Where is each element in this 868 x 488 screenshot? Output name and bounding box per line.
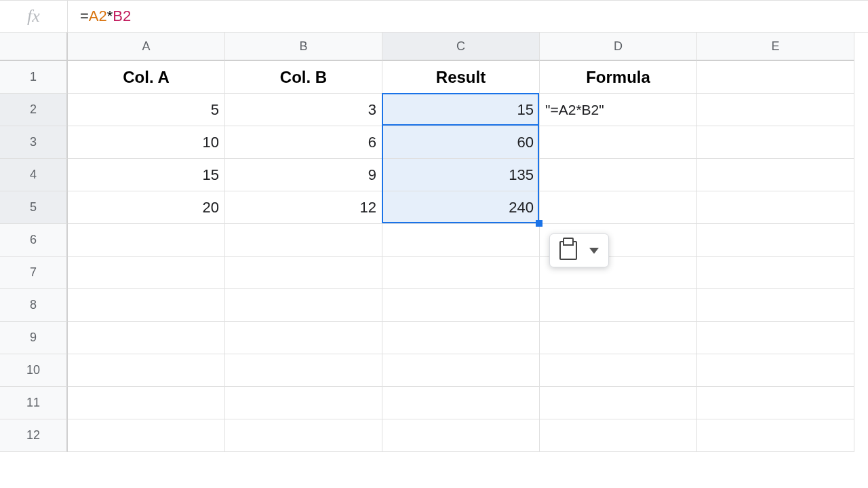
row-header-3[interactable]: 3 [0,126,68,159]
column-headers: A B C D E [0,33,868,61]
formula-bar: fx =A2*B2 [0,0,868,33]
row-header-1[interactable]: 1 [0,61,68,94]
col-header-C[interactable]: C [382,33,540,61]
cell-A3[interactable]: 10 [68,126,225,159]
cell-B8[interactable] [225,289,382,322]
cell-C10[interactable] [382,354,540,387]
cell-E5[interactable] [697,191,854,224]
row-header-10[interactable]: 10 [0,354,68,387]
cell-C9[interactable] [382,322,540,354]
cell-D9[interactable] [540,322,697,354]
cell-C11[interactable] [382,387,540,419]
cell-B3[interactable]: 6 [225,126,382,159]
cell-E7[interactable] [697,257,854,289]
cell-D12[interactable] [540,419,697,452]
cell-A7[interactable] [68,257,225,289]
row-header-12[interactable]: 12 [0,419,68,452]
cell-B10[interactable] [225,354,382,387]
row-header-11[interactable]: 11 [0,387,68,419]
cell-B6[interactable] [225,224,382,257]
row-header-9[interactable]: 9 [0,322,68,354]
chevron-down-icon[interactable] [589,248,599,254]
cell-B7[interactable] [225,257,382,289]
cell-B11[interactable] [225,387,382,419]
formula-token-eq: = [80,7,89,25]
cell-C6[interactable] [382,224,540,257]
cell-E11[interactable] [697,387,854,419]
cell-B5[interactable]: 12 [225,191,382,224]
cell-D3[interactable] [540,126,697,159]
cell-D10[interactable] [540,354,697,387]
cell-D4[interactable] [540,159,697,191]
col-header-A[interactable]: A [68,33,225,61]
col-header-B[interactable]: B [225,33,382,61]
cell-C2[interactable]: 15 [382,94,540,126]
cell-E6[interactable] [697,224,854,257]
cell-A4[interactable]: 15 [68,159,225,191]
fill-handle[interactable] [536,220,542,227]
col-header-E[interactable]: E [697,33,854,61]
cell-C1[interactable]: Result [382,61,540,94]
row-header-6[interactable]: 6 [0,224,68,257]
cell-A6[interactable] [68,224,225,257]
cell-B9[interactable] [225,322,382,354]
cell-E8[interactable] [697,289,854,322]
cell-D8[interactable] [540,289,697,322]
cell-A5[interactable]: 20 [68,191,225,224]
grid: 1Col. ACol. BResultFormula25315"=A2*B2"3… [0,61,868,452]
fx-label: fx [0,1,68,32]
formula-token-ref-a: A2 [89,7,107,25]
clipboard-icon [559,241,577,260]
cell-B2[interactable]: 3 [225,94,382,126]
cell-E1[interactable] [697,61,854,94]
formula-input[interactable]: =A2*B2 [68,1,868,32]
cell-A8[interactable] [68,289,225,322]
cell-C3[interactable]: 60 [382,126,540,159]
cell-D5[interactable] [540,191,697,224]
cell-D1[interactable]: Formula [540,61,697,94]
cell-A2[interactable]: 5 [68,94,225,126]
cell-A1[interactable]: Col. A [68,61,225,94]
row-header-7[interactable]: 7 [0,257,68,289]
formula-token-ref-b: B2 [113,7,131,25]
cell-E12[interactable] [697,419,854,452]
cell-E2[interactable] [697,94,854,126]
row-header-5[interactable]: 5 [0,191,68,224]
cell-C7[interactable] [382,257,540,289]
cell-E9[interactable] [697,322,854,354]
row-header-2[interactable]: 2 [0,94,68,126]
cell-C8[interactable] [382,289,540,322]
paste-options-popup[interactable] [549,233,609,267]
cell-E10[interactable] [697,354,854,387]
formula-token-star: * [107,7,113,25]
col-header-D[interactable]: D [540,33,697,61]
cell-E4[interactable] [697,159,854,191]
cell-D2[interactable]: "=A2*B2" [540,94,697,126]
row-header-4[interactable]: 4 [0,159,68,191]
cell-A10[interactable] [68,354,225,387]
cell-C12[interactable] [382,419,540,452]
cell-B12[interactable] [225,419,382,452]
cell-A12[interactable] [68,419,225,452]
row-header-8[interactable]: 8 [0,289,68,322]
cell-A11[interactable] [68,387,225,419]
cell-A9[interactable] [68,322,225,354]
cell-B1[interactable]: Col. B [225,61,382,94]
grid-body: 1Col. ACol. BResultFormula25315"=A2*B2"3… [0,61,868,452]
cell-E3[interactable] [697,126,854,159]
cell-D11[interactable] [540,387,697,419]
select-all-corner[interactable] [0,33,68,61]
cell-B4[interactable]: 9 [225,159,382,191]
cell-C5[interactable]: 240 [382,191,540,224]
cell-C4[interactable]: 135 [382,159,540,191]
